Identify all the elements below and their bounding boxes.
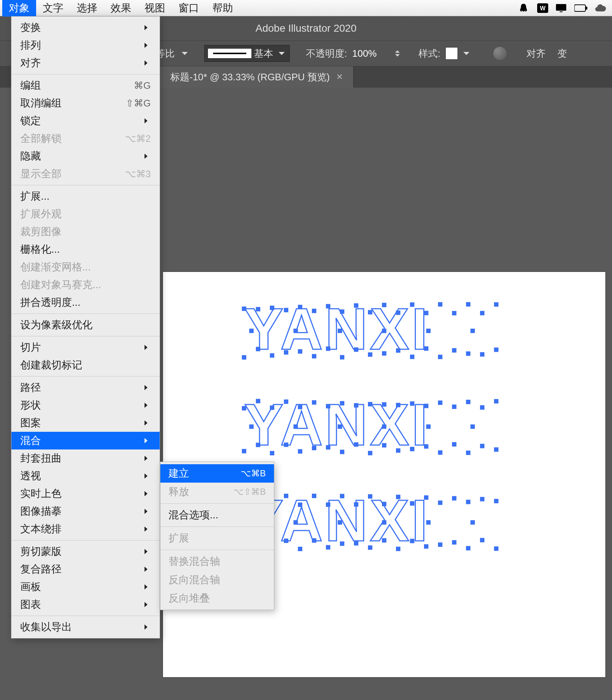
menu-item[interactable]: 剪切蒙版 [11, 543, 160, 560]
menu-item[interactable]: 画板 [11, 578, 160, 596]
menu-view[interactable]: 视图 [138, 0, 172, 17]
svg-rect-50 [470, 329, 475, 333]
svg-rect-83 [452, 442, 456, 447]
svg-rect-49 [426, 329, 431, 333]
menu-item[interactable]: 图案 [11, 414, 160, 432]
submenu-item-label: 反向混合轴 [168, 573, 266, 587]
submenu-arrow-icon [143, 60, 151, 66]
menu-item-label: 创建渐变网格... [20, 260, 151, 274]
menu-item[interactable]: 创建裁切标记 [11, 356, 160, 374]
svg-rect-121 [410, 501, 414, 505]
svg-rect-130 [466, 546, 470, 550]
menu-item[interactable]: 复合路径 [11, 560, 160, 578]
menu-separator [160, 550, 274, 550]
svg-rect-47 [338, 329, 342, 333]
menu-item[interactable]: 形状 [11, 396, 160, 414]
svg-rect-21 [340, 309, 344, 314]
svg-rect-92 [338, 424, 342, 429]
battery-icon[interactable] [574, 2, 588, 14]
penguin-icon[interactable] [516, 2, 531, 14]
menu-item-label: 锁定 [20, 114, 143, 128]
menu-item[interactable]: 编组⌘G [11, 77, 160, 94]
style-dropdown[interactable] [462, 51, 471, 56]
menu-text[interactable]: 文字 [36, 0, 70, 17]
svg-rect-64 [326, 404, 330, 409]
svg-rect-122 [410, 539, 414, 543]
svg-rect-4 [574, 5, 585, 11]
menu-item[interactable]: 栅格化... [11, 241, 160, 258]
wps-icon[interactable]: W [535, 2, 550, 14]
submenu-item[interactable]: 混合选项... [160, 506, 274, 524]
svg-rect-84 [466, 400, 470, 404]
menu-item[interactable]: 取消编组⇧⌘G [11, 94, 160, 112]
document-tab[interactable]: 标题-10* @ 33.33% (RGB/GPU 预览) ✕ [160, 66, 354, 88]
menu-item-label: 剪切蒙版 [20, 545, 143, 559]
menu-item[interactable]: 文本绕排 [11, 520, 160, 538]
svg-rect-107 [312, 494, 316, 498]
menu-item[interactable]: 锁定 [11, 112, 160, 130]
menu-object[interactable]: 对象 [2, 0, 36, 17]
menu-separator [11, 314, 160, 314]
align-label[interactable]: 对齐 [525, 47, 547, 60]
display-icon[interactable] [554, 2, 569, 14]
svg-rect-140 [470, 520, 475, 525]
menu-item[interactable]: 切片 [11, 339, 160, 356]
svg-rect-34 [424, 346, 428, 351]
menu-item[interactable]: 路径 [11, 379, 160, 396]
menu-item: 裁剪图像 [11, 223, 160, 241]
svg-rect-137 [338, 520, 342, 525]
svg-rect-11 [270, 306, 274, 310]
menu-item[interactable]: 实时上色 [11, 485, 160, 503]
menu-item[interactable]: 排列 [11, 36, 160, 54]
menu-item: 创建渐变网格... [11, 258, 160, 276]
svg-rect-13 [284, 308, 288, 312]
style-swatch[interactable] [445, 47, 458, 60]
menu-item-label: 收集以导出 [20, 620, 143, 634]
doc-setup-icon[interactable] [493, 47, 507, 60]
menu-item[interactable]: 拼合透明度... [11, 294, 160, 311]
menu-select[interactable]: 选择 [70, 0, 104, 17]
svg-rect-118 [382, 538, 386, 543]
scale-mode-dropdown[interactable] [180, 51, 189, 56]
menu-item[interactable]: 扩展... [11, 188, 160, 205]
svg-rect-71 [368, 451, 372, 455]
svg-rect-111 [340, 494, 344, 498]
menu-item[interactable]: 收集以导出 [11, 618, 160, 636]
menu-item[interactable]: 变换 [11, 19, 160, 36]
svg-rect-119 [396, 495, 400, 499]
svg-rect-79 [424, 444, 428, 449]
svg-rect-109 [326, 503, 330, 507]
svg-rect-112 [340, 542, 344, 546]
svg-rect-72 [382, 402, 386, 407]
close-icon[interactable]: ✕ [336, 72, 343, 82]
menu-effect[interactable]: 效果 [104, 0, 138, 17]
opacity-stepper[interactable] [393, 50, 402, 57]
submenu-item: 释放⌥⇧⌘B [160, 483, 274, 501]
menu-item-label: 扩展外观 [20, 207, 151, 221]
creative-cloud-icon[interactable] [593, 2, 608, 14]
menu-item[interactable]: 图表 [11, 596, 160, 613]
menu-window[interactable]: 窗口 [172, 0, 206, 17]
menu-item[interactable]: 隐藏 [11, 147, 160, 165]
opacity-value[interactable]: 100% [352, 48, 389, 59]
svg-rect-66 [340, 401, 344, 406]
object-menu-dropdown: 变换排列对齐编组⌘G取消编组⇧⌘G锁定全部解锁⌥⌘2隐藏显示全部⌥⌘3扩展...… [11, 16, 160, 638]
svg-rect-24 [354, 347, 358, 352]
stroke-preset-dropdown[interactable]: 基本 [204, 45, 290, 62]
menu-item[interactable]: 透视 [11, 467, 160, 485]
menu-item[interactable]: 图像描摹 [11, 503, 160, 520]
submenu-item[interactable]: 建立⌥⌘B [160, 464, 274, 483]
menu-item[interactable]: 封套扭曲 [11, 449, 160, 467]
menu-item[interactable]: 对齐 [11, 54, 160, 72]
menu-item[interactable]: 混合 [11, 432, 160, 449]
menu-item-shortcut: ⇧⌘G [126, 98, 151, 109]
submenu-arrow-icon [143, 24, 151, 31]
menu-help[interactable]: 帮助 [206, 0, 240, 17]
app-title: Adobe Illustrator 2020 [255, 22, 357, 34]
svg-rect-94 [426, 424, 431, 429]
svg-rect-81 [438, 450, 442, 455]
svg-rect-77 [410, 447, 414, 451]
menu-item[interactable]: 设为像素级优化 [11, 316, 160, 334]
submenu-arrow-icon [143, 490, 151, 497]
svg-rect-12 [270, 353, 274, 358]
